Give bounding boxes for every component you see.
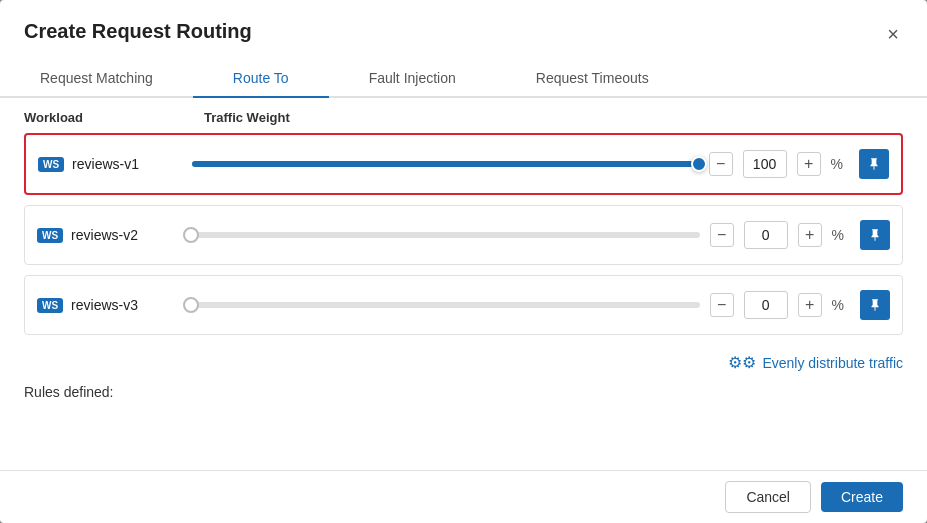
workload-name: reviews-v2 <box>71 227 191 243</box>
minus-button[interactable]: − <box>709 152 733 176</box>
percent-label: % <box>832 227 844 243</box>
distribute-traffic-link[interactable]: ⚙⚙ Evenly distribute traffic <box>24 345 903 376</box>
pin-button[interactable] <box>859 149 889 179</box>
pin-button[interactable] <box>860 220 890 250</box>
slider-area: −+% <box>191 290 890 320</box>
slider-track <box>191 302 699 308</box>
value-input[interactable] <box>743 150 787 178</box>
modal-title: Create Request Routing <box>24 20 252 43</box>
tab-request-timeouts[interactable]: Request Timeouts <box>496 60 689 98</box>
ws-badge: WS <box>37 228 63 243</box>
minus-button[interactable]: − <box>710 293 734 317</box>
column-headers: Workload Traffic Weight <box>24 98 903 133</box>
workload-name: reviews-v3 <box>71 297 191 313</box>
slider-track-container[interactable] <box>191 232 699 238</box>
tab-route-to[interactable]: Route To <box>193 60 329 98</box>
ws-badge: WS <box>37 298 63 313</box>
tab-bar: Request MatchingRoute ToFault InjectionR… <box>0 60 927 98</box>
pin-button[interactable] <box>860 290 890 320</box>
distribute-icon: ⚙⚙ <box>728 353 756 372</box>
slider-area: −+% <box>192 149 889 179</box>
modal-dialog: Create Request Routing × Request Matchin… <box>0 0 927 523</box>
workload-rows: WSreviews-v1−+%WSreviews-v2−+%WSreviews-… <box>24 133 903 335</box>
slider-area: −+% <box>191 220 890 250</box>
slider-fill <box>192 161 698 167</box>
modal-overlay: Create Request Routing × Request Matchin… <box>0 0 927 523</box>
rules-defined-text: Rules defined: <box>24 384 114 400</box>
workload-name: reviews-v1 <box>72 156 192 172</box>
slider-track <box>192 161 698 167</box>
slider-thumb[interactable] <box>183 297 199 313</box>
plus-button[interactable]: + <box>798 293 822 317</box>
modal-footer: Cancel Create <box>0 470 927 523</box>
distribute-label: Evenly distribute traffic <box>762 355 903 371</box>
minus-button[interactable]: − <box>710 223 734 247</box>
cancel-button[interactable]: Cancel <box>725 481 811 513</box>
create-button[interactable]: Create <box>821 482 903 512</box>
plus-button[interactable]: + <box>798 223 822 247</box>
slider-thumb[interactable] <box>691 156 707 172</box>
slider-track-container[interactable] <box>191 302 699 308</box>
slider-track <box>191 232 699 238</box>
modal-body: Workload Traffic Weight WSreviews-v1−+%W… <box>0 98 927 470</box>
modal-header: Create Request Routing × <box>0 0 927 48</box>
col-header-traffic-weight: Traffic Weight <box>204 110 903 125</box>
tab-fault-injection[interactable]: Fault Injection <box>329 60 496 98</box>
workload-row: WSreviews-v1−+% <box>24 133 903 195</box>
col-header-workload: Workload <box>24 110 204 125</box>
tab-request-matching[interactable]: Request Matching <box>0 60 193 98</box>
percent-label: % <box>831 156 843 172</box>
plus-button[interactable]: + <box>797 152 821 176</box>
close-button[interactable]: × <box>883 20 903 48</box>
ws-badge: WS <box>38 157 64 172</box>
workload-row: WSreviews-v3−+% <box>24 275 903 335</box>
percent-label: % <box>832 297 844 313</box>
value-input[interactable] <box>744 221 788 249</box>
rules-defined-label: Rules defined: <box>24 376 903 400</box>
slider-track-container[interactable] <box>192 161 698 167</box>
workload-row: WSreviews-v2−+% <box>24 205 903 265</box>
value-input[interactable] <box>744 291 788 319</box>
slider-thumb[interactable] <box>183 227 199 243</box>
